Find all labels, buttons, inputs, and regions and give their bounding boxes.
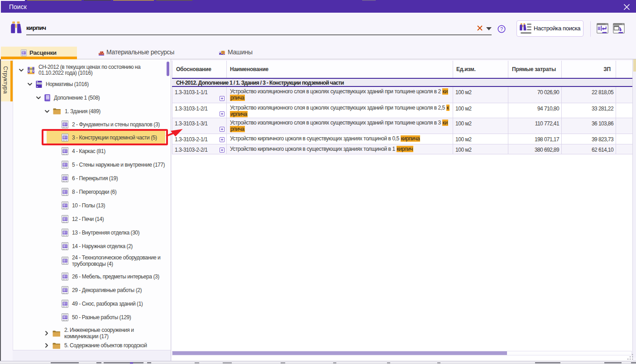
- svg-text:?: ?: [500, 26, 503, 32]
